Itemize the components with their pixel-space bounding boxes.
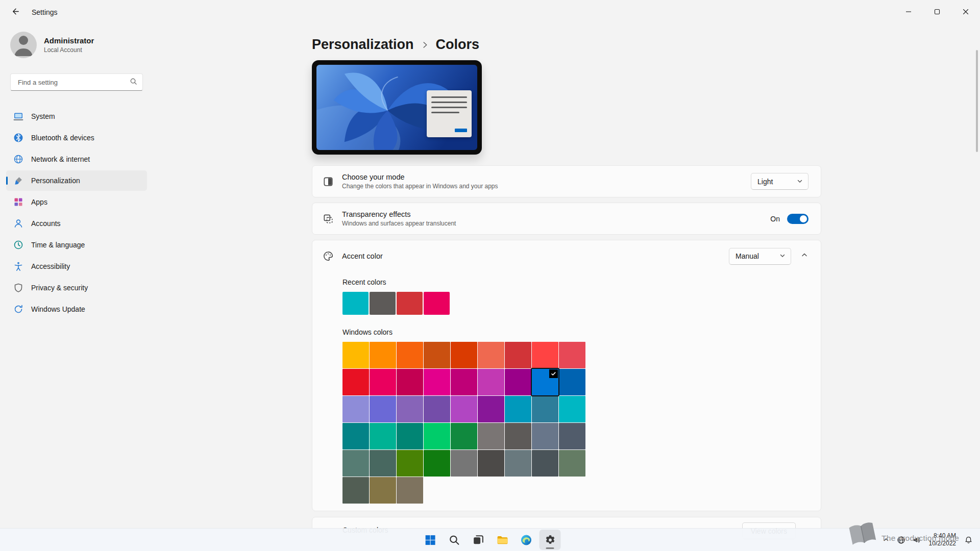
accent-mode-dropdown[interactable]: Manual xyxy=(729,248,791,265)
windows-color-39[interactable] xyxy=(397,450,423,477)
sidebar-item-accounts[interactable]: Accounts xyxy=(6,213,147,234)
recent-color-2[interactable] xyxy=(370,292,396,315)
windows-color-16[interactable] xyxy=(505,369,531,395)
windows-color-30[interactable] xyxy=(397,423,423,449)
sidebar-item-privacy-security[interactable]: Privacy & security xyxy=(6,278,147,298)
sidebar-item-windows-update[interactable]: Windows Update xyxy=(6,299,147,319)
maximize-button[interactable] xyxy=(923,0,951,24)
windows-color-38[interactable] xyxy=(370,450,396,477)
taskbar-clock[interactable]: 8:40 AM 10/2/2022 xyxy=(929,532,956,547)
windows-color-43[interactable] xyxy=(505,450,531,477)
windows-color-29[interactable] xyxy=(370,423,396,449)
windows-color-8[interactable] xyxy=(532,342,558,368)
taskbar-settings[interactable] xyxy=(540,530,561,550)
windows-color-22[interactable] xyxy=(424,396,450,422)
sidebar-item-bluetooth-devices[interactable]: Bluetooth & devices xyxy=(6,128,147,148)
windows-color-19[interactable] xyxy=(342,396,369,422)
windows-color-7[interactable] xyxy=(505,342,531,368)
theme-preview xyxy=(312,60,482,155)
windows-color-21[interactable] xyxy=(397,396,423,422)
sidebar-item-label: Personalization xyxy=(31,177,80,185)
windows-color-5[interactable] xyxy=(451,342,477,368)
sidebar-item-label: Accessibility xyxy=(31,262,70,270)
windows-color-46[interactable] xyxy=(342,477,369,504)
back-button[interactable] xyxy=(4,4,27,21)
windows-color-10[interactable] xyxy=(342,369,369,395)
windows-color-23[interactable] xyxy=(451,396,477,422)
notifications-button[interactable] xyxy=(961,532,976,548)
scrollbar[interactable] xyxy=(976,50,978,152)
windows-color-2[interactable] xyxy=(370,342,396,368)
sidebar-item-system[interactable]: System xyxy=(6,106,147,127)
tray-time: 8:40 AM xyxy=(929,532,956,540)
windows-color-17[interactable] xyxy=(532,369,558,395)
mode-subtitle: Change the colors that appear in Windows… xyxy=(342,183,498,190)
windows-color-12[interactable] xyxy=(397,369,423,395)
windows-color-45[interactable] xyxy=(559,450,585,477)
mode-icon xyxy=(312,176,342,187)
close-button[interactable] xyxy=(951,0,980,24)
accent-color-header[interactable]: Accent color Manual xyxy=(312,240,821,272)
accent-color-card: Accent color Manual Recent colors Window… xyxy=(312,240,821,511)
windows-color-33[interactable] xyxy=(478,423,504,449)
windows-color-44[interactable] xyxy=(532,450,558,477)
windows-color-27[interactable] xyxy=(559,396,585,422)
windows-color-13[interactable] xyxy=(424,369,450,395)
accent-collapse-button[interactable] xyxy=(795,247,814,265)
windows-color-35[interactable] xyxy=(532,423,558,449)
windows-color-20[interactable] xyxy=(370,396,396,422)
windows-color-34[interactable] xyxy=(505,423,531,449)
person-icon xyxy=(10,32,37,58)
sidebar-item-network-internet[interactable]: Network & internet xyxy=(6,149,147,169)
windows-color-47[interactable] xyxy=(370,477,396,504)
windows-color-11[interactable] xyxy=(370,369,396,395)
windows-color-48[interactable] xyxy=(397,477,423,504)
recent-color-4[interactable] xyxy=(424,292,450,315)
breadcrumb-personalization[interactable]: Personalization xyxy=(312,36,414,53)
sidebar-item-apps[interactable]: Apps xyxy=(6,192,147,212)
taskbar-task-view[interactable] xyxy=(468,530,489,550)
minimize-button[interactable] xyxy=(894,0,923,24)
sidebar-item-accessibility[interactable]: Accessibility xyxy=(6,256,147,277)
user-profile[interactable]: Administrator Local Account xyxy=(10,32,143,58)
recent-color-1[interactable] xyxy=(342,292,369,315)
windows-color-37[interactable] xyxy=(342,450,369,477)
search-input[interactable] xyxy=(17,78,130,87)
windows-color-15[interactable] xyxy=(478,369,504,395)
windows-color-28[interactable] xyxy=(342,423,369,449)
windows-color-42[interactable] xyxy=(478,450,504,477)
chevron-up-icon xyxy=(883,536,890,543)
chevron-down-icon xyxy=(779,252,786,260)
windows-color-32[interactable] xyxy=(451,423,477,449)
taskbar-microsoft-edge[interactable] xyxy=(516,530,537,550)
windows-color-3[interactable] xyxy=(397,342,423,368)
transparency-toggle[interactable] xyxy=(787,214,808,224)
windows-color-36[interactable] xyxy=(559,423,585,449)
windows-color-26[interactable] xyxy=(532,396,558,422)
tray-volume[interactable] xyxy=(909,532,924,548)
accent-title: Accent color xyxy=(342,252,383,260)
windows-color-9[interactable] xyxy=(559,342,585,368)
windows-color-6[interactable] xyxy=(478,342,504,368)
windows-color-18[interactable] xyxy=(559,369,585,395)
windows-color-1[interactable] xyxy=(342,342,369,368)
windows-color-14[interactable] xyxy=(451,369,477,395)
accent-dropdown-value: Manual xyxy=(736,252,759,260)
tray-hidden-icons[interactable] xyxy=(878,532,894,548)
windows-color-31[interactable] xyxy=(424,423,450,449)
accessibility-icon xyxy=(13,261,23,271)
sidebar-item-time-language[interactable]: Time & language xyxy=(6,235,147,255)
taskbar-start[interactable] xyxy=(420,530,441,550)
search-box[interactable] xyxy=(10,73,143,91)
windows-color-4[interactable] xyxy=(424,342,450,368)
windows-color-24[interactable] xyxy=(478,396,504,422)
windows-color-41[interactable] xyxy=(451,450,477,477)
sidebar-item-personalization[interactable]: Personalization xyxy=(6,170,147,191)
mode-dropdown[interactable]: Light xyxy=(751,173,808,190)
windows-color-25[interactable] xyxy=(505,396,531,422)
taskbar-file-explorer[interactable] xyxy=(492,530,513,550)
recent-color-3[interactable] xyxy=(397,292,423,315)
windows-color-40[interactable] xyxy=(424,450,450,477)
taskbar-search[interactable] xyxy=(444,530,465,550)
tray-network[interactable] xyxy=(894,532,909,548)
